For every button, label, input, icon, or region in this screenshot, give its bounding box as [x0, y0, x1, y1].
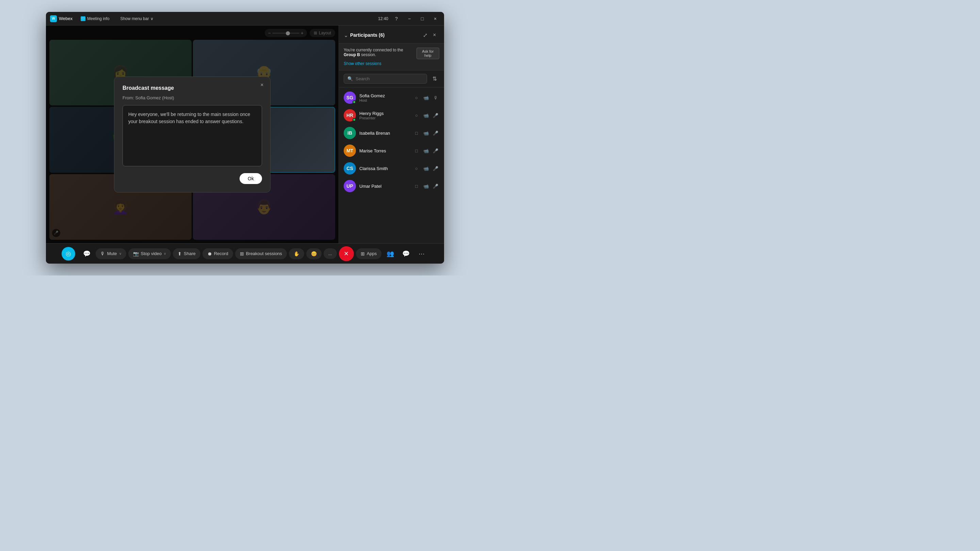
stop-video-label: Stop video — [141, 251, 162, 256]
end-call-button[interactable]: ✕ — [339, 246, 354, 261]
participant-controls-clarissa: ○ 📹 🎤 — [413, 165, 439, 172]
title-bar: W Webex 🛡 Meeting info Show menu bar ∨ 1… — [46, 12, 444, 25]
status-dot-sofia — [353, 100, 356, 104]
participant-connection-icon-isabella: □ — [413, 129, 420, 137]
app-window: W Webex 🛡 Meeting info Show menu bar ∨ 1… — [46, 12, 444, 264]
participant-mic-icon-sofia: 🎙 — [432, 94, 439, 102]
participant-avatar-clarissa: CS — [344, 162, 356, 175]
participant-mic-icon-marise: 🎤 — [432, 147, 439, 154]
participant-video-icon-umar: 📹 — [422, 182, 430, 190]
webex-app-name: Webex — [59, 16, 73, 21]
record-icon: ⏺ — [207, 251, 212, 256]
participants-panel: ⌄ Participants (6) ⤢ × You're currently … — [339, 25, 444, 243]
broadcast-modal-footer: Ok — [123, 173, 262, 184]
stop-video-button[interactable]: 📷 Stop video ∨ — [128, 248, 171, 259]
participant-avatar-marise: MT — [344, 144, 356, 157]
participant-info-marise: Marise Torres — [360, 148, 409, 153]
modal-close-button[interactable]: × — [258, 81, 266, 89]
panel-close-button[interactable]: × — [430, 30, 439, 40]
participant-role-sofia: Host — [360, 98, 409, 102]
search-input[interactable] — [356, 76, 423, 81]
broadcast-modal: × Broadcast message From: Sofia Gomez (H… — [114, 76, 270, 192]
participant-controls-isabella: □ 📹 🎤 — [413, 129, 439, 137]
close-button[interactable]: × — [430, 14, 440, 24]
participant-info-henry: Henry Riggs Presenter — [360, 111, 409, 120]
raise-hand-button[interactable]: ✋ — [289, 248, 304, 259]
chat-button[interactable]: 💬 — [80, 247, 94, 260]
video-chevron-icon: ∨ — [164, 252, 166, 256]
video-icon: 📷 — [133, 251, 139, 256]
participants-list: SG Sofia Gomez Host ○ 📹 🎙 HR — [339, 87, 444, 243]
participant-item-clarissa[interactable]: CS Clarissa Smith ○ 📹 🎤 — [339, 159, 444, 177]
participant-avatar-sofia: SG — [344, 92, 356, 104]
broadcast-message-text: Hey everyone, we'll be returning to the … — [128, 111, 256, 125]
participant-item-sofia[interactable]: SG Sofia Gomez Host ○ 📹 🎙 — [339, 89, 444, 106]
participant-item-marise[interactable]: MT Marise Torres □ 📹 🎤 — [339, 142, 444, 159]
participant-connection-icon-marise: □ — [413, 147, 420, 154]
hand-icon: ✋ — [294, 251, 299, 256]
ask-for-help-button[interactable]: Ask for help — [417, 48, 439, 59]
main-content: − + ⊞ Layout 👩 👴 — [46, 25, 444, 243]
apps-button[interactable]: ⊞ Apps — [356, 248, 382, 259]
participant-avatar-isabella: IB — [344, 127, 356, 139]
participant-connection-icon-sofia: ○ — [413, 94, 420, 102]
meeting-info-button[interactable]: 🛡 Meeting info — [78, 15, 112, 22]
meeting-info-label: Meeting info — [87, 16, 109, 21]
record-label: Record — [214, 251, 228, 256]
participant-name-henry: Henry Riggs — [360, 111, 409, 116]
broadcast-modal-overlay: × Broadcast message From: Sofia Gomez (H… — [46, 25, 339, 243]
participant-name-isabella: Isabella Brenan — [360, 130, 409, 136]
panel-title: Participants (6) — [350, 32, 420, 38]
participant-item-umar[interactable]: UP Umar Patel □ 📹 🎤 — [339, 177, 444, 195]
mute-chevron-icon: ∨ — [119, 252, 121, 256]
breakout-sessions-button[interactable]: ⊞ Breakout sessions — [235, 248, 287, 259]
maximize-button[interactable]: □ — [417, 14, 427, 24]
reaction-icon: 😊 — [311, 251, 317, 256]
more-options-icon-button[interactable]: ⋯ — [415, 247, 428, 260]
participant-item-henry[interactable]: HR Henry Riggs Presenter ○ 📹 🎤 — [339, 106, 444, 124]
participant-video-icon-henry: 📹 — [422, 111, 430, 119]
messages-button[interactable]: 💬 — [399, 247, 413, 260]
participant-info-clarissa: Clarissa Smith — [360, 166, 409, 171]
share-icon: ⬆ — [178, 251, 182, 256]
participant-mic-icon-henry: 🎤 — [432, 111, 439, 119]
sort-button[interactable]: ⇅ — [430, 74, 439, 84]
participant-name-marise: Marise Torres — [360, 148, 409, 153]
participant-item-isabella[interactable]: IB Isabella Brenan □ 📹 🎤 — [339, 124, 444, 142]
reactions-button[interactable]: 😊 — [306, 248, 321, 259]
panel-external-link-button[interactable]: ⤢ — [420, 30, 430, 40]
session-info: You're currently connected to the Group … — [339, 43, 444, 70]
minimize-button[interactable]: − — [404, 14, 414, 24]
session-text-2: session. — [360, 52, 376, 57]
show-menu-label: Show menu bar — [121, 16, 149, 21]
ok-button[interactable]: Ok — [240, 173, 262, 184]
participant-video-icon-isabella: 📹 — [422, 129, 430, 137]
apps-icon: ⊞ — [361, 251, 365, 256]
video-area: − + ⊞ Layout 👩 👴 — [46, 25, 339, 243]
show-menu-button[interactable]: Show menu bar ∨ — [118, 15, 156, 22]
session-text-1: You're currently connected to the — [344, 48, 403, 52]
show-sessions-link[interactable]: Show other sessions — [344, 61, 382, 66]
participant-mic-icon-umar: 🎤 — [432, 182, 439, 190]
participant-video-icon-sofia: 📹 — [422, 94, 430, 102]
more-options-button[interactable]: ... — [324, 248, 337, 259]
panel-collapse-icon[interactable]: ⌄ — [344, 32, 348, 38]
participant-controls-marise: □ 📹 🎤 — [413, 147, 439, 154]
participant-info-umar: Umar Patel — [360, 184, 409, 189]
help-button[interactable]: ? — [392, 14, 401, 24]
participant-connection-icon-henry: ○ — [413, 111, 420, 119]
participant-video-icon-marise: 📹 — [422, 147, 430, 154]
participant-connection-icon-umar: □ — [413, 182, 420, 190]
share-button[interactable]: ⬆ Share — [173, 248, 200, 259]
participant-name-clarissa: Clarissa Smith — [360, 166, 409, 171]
participant-video-icon-clarissa: 📹 — [422, 165, 430, 172]
participant-mic-icon-isabella: 🎤 — [432, 129, 439, 137]
search-icon: 🔍 — [347, 76, 353, 81]
webex-assistant-button[interactable]: ◎ — [62, 247, 75, 260]
time-display: 12:40 — [378, 16, 388, 21]
participant-connection-icon-clarissa: ○ — [413, 165, 420, 172]
participants-toggle-button[interactable]: 👥 — [383, 247, 397, 260]
status-dot-henry — [353, 118, 356, 121]
mute-button[interactable]: 🎙 Mute ∨ — [95, 248, 126, 259]
record-button[interactable]: ⏺ Record — [202, 248, 233, 259]
